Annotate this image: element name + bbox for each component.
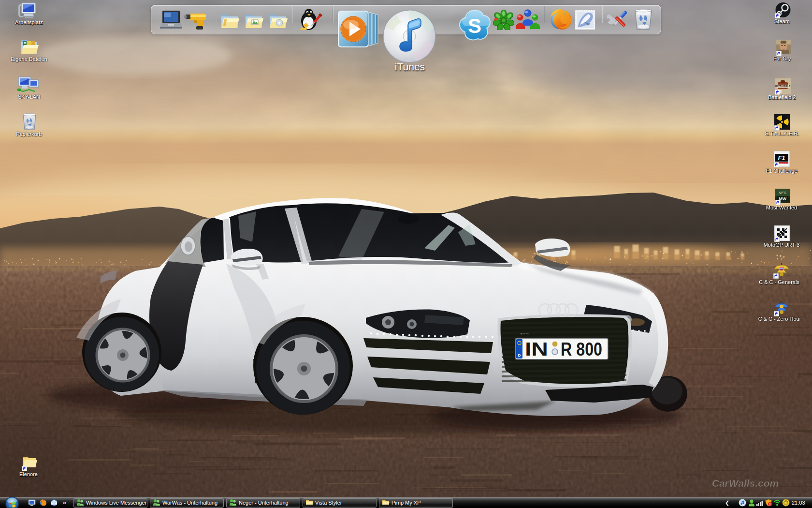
svg-text:S: S bbox=[468, 15, 481, 37]
svg-text:NFS: NFS bbox=[779, 191, 787, 195]
svg-text:BATTLEFIELD: BATTLEFIELD bbox=[775, 85, 791, 88]
svg-text:D: D bbox=[518, 353, 521, 358]
svg-text:IN: IN bbox=[525, 339, 548, 359]
svg-text:R 800: R 800 bbox=[561, 339, 602, 359]
svg-text:CarWalls.com: CarWalls.com bbox=[712, 478, 779, 489]
svg-text:quattro: quattro bbox=[520, 332, 529, 335]
